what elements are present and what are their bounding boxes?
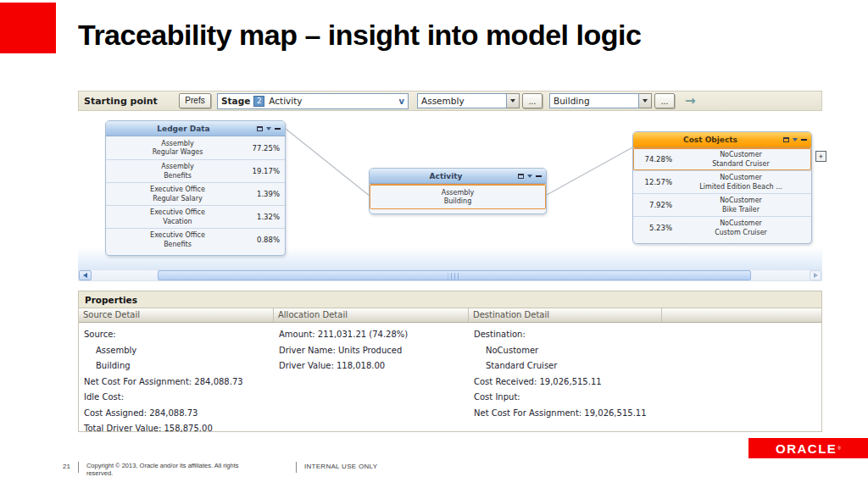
stage-label: Stage [221, 96, 250, 106]
source-filter-browse-button[interactable]: ... [522, 93, 542, 108]
minimize-icon[interactable] [275, 128, 281, 130]
ledger-row-percent: 1.39% [257, 190, 280, 198]
prefs-button[interactable]: Prefs [179, 93, 211, 108]
dropdown-arrow-icon [643, 99, 648, 103]
oracle-logo: ORACLE ® [748, 438, 868, 458]
traceability-screenshot: Starting point Prefs Stage 2 Activity v … [78, 91, 822, 432]
slide-accent-square [0, 3, 56, 53]
activity-header[interactable]: Activity [370, 169, 546, 184]
go-arrow-icon[interactable]: → [685, 93, 696, 108]
properties-body: Source:AssemblyBuildingNet Cost For Assi… [79, 323, 821, 431]
dest-filter-select[interactable]: Building [549, 93, 639, 108]
property-line: Source: [84, 327, 270, 343]
property-line: Total Driver Value: 158,875.00 [84, 421, 270, 437]
ledger-row-percent: 19.17% [253, 167, 280, 175]
property-line: Standard Cruiser [474, 358, 665, 374]
trace-map-canvas: Ledger Data AssemblyRegular Wages 77.25%… [78, 111, 822, 269]
restore-icon[interactable] [783, 137, 789, 142]
scroll-left-button[interactable] [79, 270, 92, 280]
property-line: Cost Received: 19,026,515.11 [474, 374, 665, 391]
property-line: Cost Input: [474, 390, 665, 406]
node-title: Activity [374, 172, 518, 180]
column-header-source[interactable]: Source Detail [79, 308, 274, 322]
properties-column-headers: Source Detail Allocation Detail Destinat… [79, 308, 821, 323]
ledger-row[interactable]: AssemblyBenefits 19.17% [106, 159, 285, 182]
starting-point-label: Starting point [84, 96, 179, 107]
node-title: Cost Objects [637, 136, 783, 144]
property-line: NoCustomer [474, 343, 665, 359]
activity-row-label: AssemblyBuilding [370, 188, 546, 206]
property-line: Cost Assigned: 284,088.73 [84, 406, 270, 422]
column-header-empty [662, 308, 821, 322]
caret-down-icon[interactable] [793, 138, 798, 141]
property-line: Amount: 211,031.21 (74.28%) [279, 327, 465, 343]
slide-footer: 21 Copyright © 2013, Oracle and/or its a… [63, 462, 377, 477]
cost-objects-header[interactable]: Cost Objects [633, 132, 811, 147]
minimize-icon[interactable] [801, 139, 807, 141]
ledger-row[interactable]: Executive OfficeRegular Salary 1.39% [106, 182, 285, 205]
dest-filter-dropdown-button[interactable] [639, 93, 652, 108]
stage-select[interactable]: Stage 2 Activity v [217, 93, 409, 109]
registered-mark-icon: ® [837, 446, 841, 451]
ledger-row-percent: 77.25% [253, 144, 280, 152]
ledger-row-percent: 1.32% [257, 213, 280, 221]
property-line: Driver Name: Units Produced [279, 343, 465, 359]
horizontal-scrollbar[interactable] [78, 269, 822, 281]
expand-plus-button[interactable]: + [815, 151, 826, 162]
properties-panel: Properties Source Detail Allocation Deta… [78, 291, 822, 432]
cost-row-list: 74.28% NoCustomerStandard Cruiser 12.57%… [633, 147, 811, 239]
stage-number-badge: 2 [253, 96, 264, 107]
cost-objects-row[interactable]: 12.57% NoCustomerLimited Edition Beach .… [633, 170, 811, 193]
property-line: Idle Cost: [84, 390, 270, 406]
source-filter-value: Assembly [421, 96, 465, 106]
footer-divider [78, 462, 79, 473]
cost-row-label: NoCustomerCustom Cruiser [633, 219, 811, 237]
minimize-icon[interactable] [536, 175, 542, 177]
source-filter-dropdown-button[interactable] [507, 93, 520, 108]
destination-detail-column: Destination:NoCustomerStandard CruiserCo… [474, 327, 665, 421]
cost-objects-row[interactable]: 7.92% NoCustomerBike Trailer [633, 193, 811, 216]
dropdown-arrow-icon [510, 99, 515, 103]
copyright-text: Copyright © 2013, Oracle and/or its affi… [86, 462, 288, 477]
activity-row[interactable]: AssemblyBuilding [370, 184, 546, 209]
column-header-allocation[interactable]: Allocation Detail [274, 308, 469, 322]
cost-row-label: NoCustomerBike Trailer [633, 197, 811, 214]
caret-down-icon[interactable] [266, 127, 271, 130]
property-line: Building [84, 358, 270, 374]
property-line: Net Cost For Assignment: 284,088.73 [84, 374, 270, 391]
scroll-right-button[interactable] [810, 270, 821, 280]
ledger-data-node[interactable]: Ledger Data AssemblyRegular Wages 77.25%… [105, 120, 286, 256]
cost-row-label: NoCustomerStandard Cruiser [633, 151, 811, 169]
activity-row-list: AssemblyBuilding [370, 184, 546, 209]
source-filter-select[interactable]: Assembly [417, 93, 507, 108]
classification-label: INTERNAL USE ONLY [304, 463, 377, 470]
property-line: Driver Value: 118,018.00 [279, 358, 465, 374]
allocation-detail-column: Amount: 211,031.21 (74.28%)Driver Name: … [279, 327, 465, 374]
cost-objects-row[interactable]: 74.28% NoCustomerStandard Cruiser [633, 147, 811, 170]
ledger-row[interactable]: Executive OfficeVacation 1.32% [106, 205, 285, 228]
oracle-wordmark: ORACLE [776, 441, 837, 456]
restore-icon[interactable] [257, 126, 263, 131]
ledger-row[interactable]: AssemblyRegular Wages 77.25% [106, 136, 285, 159]
ledger-data-header[interactable]: Ledger Data [106, 121, 285, 136]
activity-node[interactable]: Activity AssemblyBuilding [369, 168, 547, 214]
scrollbar-thumb[interactable] [158, 270, 751, 280]
property-line: Assembly [84, 343, 270, 359]
arrow-left-icon [83, 273, 87, 278]
property-line: Net Cost For Assignment: 19,026,515.11 [474, 406, 665, 422]
caret-down-icon[interactable] [527, 175, 532, 178]
cost-row-label: NoCustomerLimited Edition Beach ... [633, 174, 811, 191]
restore-icon[interactable] [518, 174, 524, 179]
properties-title: Properties [85, 295, 137, 305]
ledger-row[interactable]: Executive OfficeBenefits 0.88% [106, 228, 285, 251]
cost-objects-row[interactable]: 5.23% NoCustomerCustom Cruiser [633, 216, 811, 239]
properties-titlebar: Properties [79, 291, 821, 308]
stage-value: Activity [269, 96, 302, 106]
dest-filter-value: Building [554, 96, 590, 106]
cost-objects-node[interactable]: Cost Objects 74.28% NoCustomerStandard C… [632, 131, 812, 244]
page-title: Traceability map – insight into model lo… [78, 19, 641, 52]
dest-filter-browse-button[interactable]: ... [654, 93, 675, 108]
ledger-row-percent: 0.88% [257, 236, 280, 244]
column-header-destination[interactable]: Destination Detail [469, 308, 662, 322]
ledger-row-list: AssemblyRegular Wages 77.25% AssemblyBen… [106, 136, 285, 251]
